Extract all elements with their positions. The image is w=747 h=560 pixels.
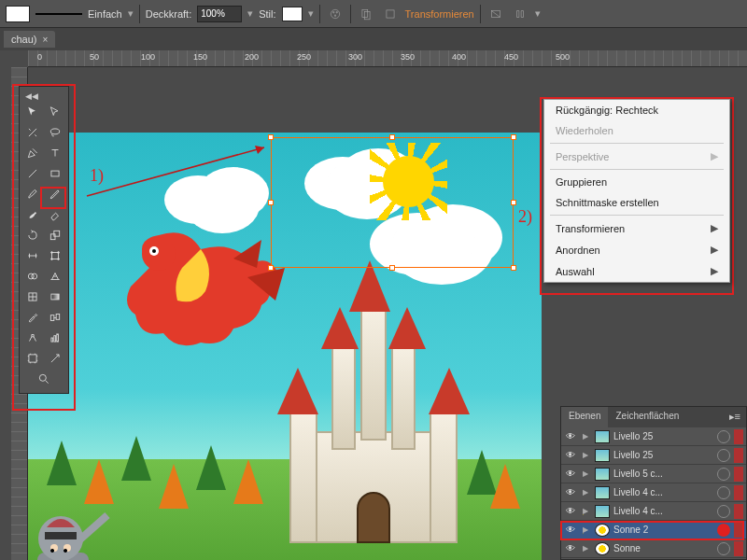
svg-point-3 (333, 14, 335, 16)
fill-swatch[interactable] (6, 6, 30, 22)
visibility-icon[interactable]: 👁 (561, 506, 580, 516)
rotate-tool-icon[interactable] (21, 225, 44, 245)
layer-name: Livello 25 (613, 450, 713, 460)
target-icon[interactable] (717, 542, 730, 555)
svg-point-29 (32, 273, 37, 279)
castle-shape (280, 329, 467, 543)
transform-link[interactable]: Transformieren (405, 8, 474, 20)
svg-line-8 (491, 10, 500, 17)
column-graph-tool-icon[interactable] (44, 328, 66, 348)
target-icon[interactable] (717, 505, 730, 518)
disclosure-icon[interactable]: ▶ (580, 432, 591, 441)
eraser-tool-icon[interactable] (44, 204, 66, 225)
disclosure-icon[interactable]: ▶ (580, 488, 591, 497)
direct-selection-tool-icon[interactable] (44, 102, 66, 122)
shape-builder-tool-icon[interactable] (21, 266, 44, 287)
recolor-icon[interactable] (326, 5, 345, 23)
brush-tool-icon[interactable] (21, 184, 44, 204)
svg-rect-32 (50, 315, 54, 321)
target-icon[interactable] (717, 468, 730, 481)
pencil-tool-icon[interactable] (44, 184, 66, 204)
target-icon[interactable] (717, 430, 730, 443)
menu-select[interactable]: Auswahl▶ (544, 260, 729, 282)
opacity-input[interactable] (197, 6, 242, 22)
slice-tool-icon[interactable] (44, 348, 66, 369)
svg-line-39 (46, 381, 49, 384)
panel-collapse-icon[interactable]: ◀◀ (21, 91, 66, 102)
tool-panel: ◀◀ (19, 86, 69, 394)
zoom-tool-icon[interactable] (21, 369, 66, 389)
visibility-icon[interactable]: 👁 (561, 469, 580, 479)
layers-panel: Ebenen Zeichenflächen ▸≡ 👁▶Livello 25👁▶L… (560, 406, 747, 560)
layer-color-swatch (734, 523, 743, 538)
artboard-tool-icon[interactable] (21, 348, 44, 369)
layer-list: 👁▶Livello 25👁▶Livello 25👁▶Livello 5 c...… (561, 427, 746, 559)
svg-rect-5 (364, 11, 370, 19)
target-icon[interactable] (717, 524, 730, 537)
free-transform-tool-icon[interactable] (44, 245, 66, 266)
svg-rect-20 (51, 171, 59, 176)
target-icon[interactable] (717, 486, 730, 499)
gradient-tool-icon[interactable] (44, 287, 66, 307)
stroke-style[interactable]: Einfach (88, 8, 122, 20)
align-icon[interactable] (511, 5, 529, 23)
layer-thumbnail (595, 449, 610, 462)
menu-arrange[interactable]: Anordnen▶ (544, 239, 729, 260)
perspective-grid-tool-icon[interactable] (44, 266, 66, 287)
svg-point-1 (332, 11, 334, 13)
menu-undo[interactable]: Rückgängig: Rechteck (544, 100, 729, 120)
scale-tool-icon[interactable] (44, 225, 66, 245)
document-tab[interactable]: chau) × (4, 31, 55, 48)
target-icon[interactable] (717, 449, 730, 462)
tab-artboards[interactable]: Zeichenflächen (608, 407, 686, 427)
layer-row[interactable]: 👁▶Livello 25 (561, 427, 746, 446)
pen-tool-icon[interactable] (21, 143, 44, 163)
svg-point-25 (58, 252, 60, 254)
visibility-icon[interactable]: 👁 (561, 487, 580, 497)
type-tool-icon[interactable] (44, 143, 66, 163)
blob-brush-tool-icon[interactable] (21, 204, 44, 225)
menu-transform[interactable]: Transformieren▶ (544, 217, 729, 239)
visibility-icon[interactable]: 👁 (561, 543, 580, 553)
panel-menu-icon[interactable]: ▸≡ (724, 407, 746, 427)
svg-point-27 (58, 259, 60, 260)
annotation-label-2: 2) (518, 207, 532, 227)
menu-group[interactable]: Gruppieren (544, 172, 729, 192)
svg-point-24 (51, 252, 53, 254)
visibility-icon[interactable]: 👁 (561, 431, 580, 441)
width-tool-icon[interactable] (21, 245, 44, 266)
layer-thumbnail (595, 486, 610, 499)
layer-row[interactable]: 👁▶Livello 4 c... (561, 483, 746, 502)
eyedropper-tool-icon[interactable] (21, 307, 44, 328)
visibility-icon[interactable]: 👁 (561, 525, 580, 535)
disclosure-icon[interactable]: ▶ (580, 469, 591, 478)
layer-name: Livello 5 c... (613, 469, 713, 479)
lasso-tool-icon[interactable] (44, 122, 66, 143)
doc-setup-icon[interactable] (357, 5, 375, 23)
disclosure-icon[interactable]: ▶ (580, 451, 591, 459)
layer-name: Sonne (613, 543, 713, 553)
layer-name: Sonne 2 (613, 525, 713, 535)
menu-clipping-mask[interactable]: Schnittmaske erstellen (544, 192, 729, 213)
chevron-right-icon: ▶ (711, 244, 718, 256)
visibility-icon[interactable]: 👁 (561, 450, 580, 460)
stroke-preview[interactable] (35, 13, 82, 15)
selection-tool-icon[interactable] (21, 102, 44, 122)
annotation-label-1: 1) (90, 166, 104, 186)
close-icon[interactable]: × (43, 35, 49, 45)
selection-rectangle[interactable] (271, 137, 514, 268)
layer-row[interactable]: 👁▶Sonne (561, 539, 746, 558)
magic-wand-tool-icon[interactable] (21, 122, 44, 143)
rectangle-tool-icon[interactable] (44, 163, 66, 184)
layer-row[interactable]: 👁▶Livello 5 c... (561, 465, 746, 483)
symbol-sprayer-tool-icon[interactable] (21, 328, 44, 348)
tab-layers[interactable]: Ebenen (561, 407, 608, 427)
layer-name: Livello 25 (613, 431, 713, 441)
layer-row[interactable]: 👁▶Livello 25 (561, 446, 746, 465)
line-tool-icon[interactable] (21, 163, 44, 184)
style-swatch[interactable] (282, 7, 303, 21)
blend-tool-icon[interactable] (44, 307, 66, 328)
mesh-tool-icon[interactable] (21, 287, 44, 307)
prefs-icon[interactable] (381, 5, 400, 23)
isolate-icon[interactable] (486, 5, 505, 23)
